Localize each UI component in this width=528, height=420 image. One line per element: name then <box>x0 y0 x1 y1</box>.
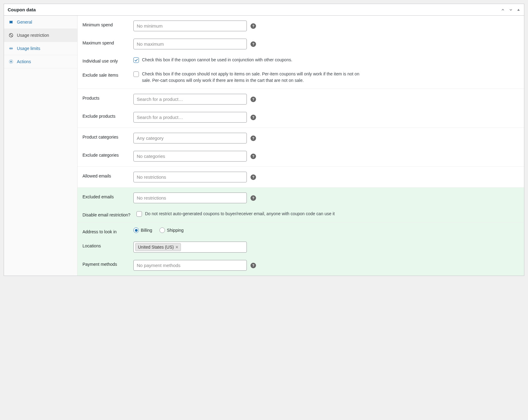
exclude-sale-label: Exclude sale items <box>82 71 130 78</box>
locations-label: Locations <box>82 242 130 248</box>
disable-email-label: Disable email restriction? <box>82 211 133 217</box>
product-categories-label: Product categories <box>82 133 130 139</box>
tab-content: Minimum spend ? Maximum spend ? Individu… <box>78 16 524 276</box>
tab-usage-limits[interactable]: Usage limits <box>4 42 77 55</box>
tabs-list: General Usage restriction Usage limits A… <box>4 16 78 276</box>
coupon-data-panel: Coupon data General <box>4 4 524 276</box>
ban-icon <box>8 32 14 38</box>
tab-usage-restriction[interactable]: Usage restriction <box>4 29 77 42</box>
panel-controls <box>501 8 520 12</box>
products-label: Products <box>82 94 130 101</box>
tag-label: United States (US) <box>138 245 174 250</box>
allowed-emails-label: Allowed emails <box>82 172 130 178</box>
section-excluded-emails: Excluded emails ? Disable email restrict… <box>78 188 524 223</box>
exclude-categories-input[interactable] <box>133 151 247 162</box>
chevron-down-icon[interactable] <box>509 8 513 12</box>
panel-title: Coupon data <box>8 7 36 12</box>
ticket-icon <box>8 19 14 25</box>
disable-email-text: Do not restrict auto-generated coupons t… <box>145 211 335 217</box>
maximum-spend-label: Maximum spend <box>82 39 130 45</box>
sliders-icon <box>8 46 14 51</box>
help-icon[interactable]: ? <box>251 136 256 141</box>
svg-marker-0 <box>517 9 520 11</box>
minimum-spend-input[interactable] <box>133 21 247 31</box>
exclude-products-label: Exclude products <box>82 112 130 119</box>
tab-actions[interactable]: Actions <box>4 55 77 68</box>
radio-shipping[interactable]: Shipping <box>159 227 184 233</box>
help-icon[interactable]: ? <box>251 41 256 47</box>
panel-body: General Usage restriction Usage limits A… <box>4 16 524 276</box>
section-address-location: Address to look in Billing Shipping <box>78 223 524 276</box>
help-icon[interactable]: ? <box>251 115 256 120</box>
tab-label: General <box>17 20 32 25</box>
tab-general[interactable]: General <box>4 16 77 29</box>
help-icon[interactable]: ? <box>251 23 256 29</box>
section-spend: Minimum spend ? Maximum spend ? Individu… <box>78 16 524 89</box>
maximum-spend-input[interactable] <box>133 39 247 49</box>
individual-use-label: Individual use only <box>82 57 130 63</box>
products-input[interactable] <box>133 94 247 105</box>
svg-point-7 <box>9 60 13 63</box>
panel-header: Coupon data <box>4 4 524 16</box>
chevron-up-icon[interactable] <box>501 8 505 12</box>
gear-icon <box>8 59 14 64</box>
close-icon[interactable]: × <box>176 245 178 250</box>
help-icon[interactable]: ? <box>251 174 256 180</box>
payment-methods-input[interactable] <box>133 260 247 271</box>
section-products: Products ? Exclude products ? <box>78 89 524 128</box>
tab-label: Actions <box>17 59 31 64</box>
tab-label: Usage limits <box>17 46 40 51</box>
help-icon[interactable]: ? <box>251 97 256 102</box>
tab-label: Usage restriction <box>17 33 49 38</box>
radio-label: Shipping <box>167 228 184 233</box>
exclude-sale-checkbox[interactable] <box>133 71 139 77</box>
exclude-categories-label: Exclude categories <box>82 151 130 158</box>
section-allowed-emails: Allowed emails ? <box>78 167 524 188</box>
product-categories-input[interactable] <box>133 133 247 143</box>
excluded-emails-label: Excluded emails <box>82 193 130 199</box>
address-label: Address to look in <box>82 227 130 234</box>
location-tag: United States (US) × <box>135 243 181 251</box>
help-icon[interactable]: ? <box>251 154 256 159</box>
help-icon[interactable]: ? <box>251 263 256 268</box>
disable-email-checkbox[interactable] <box>136 211 142 217</box>
locations-input[interactable]: United States (US) × <box>133 242 247 253</box>
section-categories: Product categories ? Exclude categories … <box>78 128 524 167</box>
svg-point-6 <box>10 61 12 62</box>
minimum-spend-label: Minimum spend <box>82 21 130 27</box>
individual-use-text: Check this box if the coupon cannot be u… <box>142 57 292 63</box>
svg-line-2 <box>10 34 12 36</box>
exclude-products-input[interactable] <box>133 112 247 123</box>
radio-billing[interactable]: Billing <box>133 227 152 233</box>
excluded-emails-input[interactable] <box>133 193 247 203</box>
help-icon[interactable]: ? <box>251 195 256 201</box>
individual-use-checkbox[interactable] <box>133 57 139 63</box>
allowed-emails-input[interactable] <box>133 172 247 182</box>
exclude-sale-text: Check this box if the coupon should not … <box>142 71 363 84</box>
payment-methods-label: Payment methods <box>82 260 130 267</box>
triangle-up-icon[interactable] <box>517 8 520 12</box>
radio-label: Billing <box>141 228 152 233</box>
